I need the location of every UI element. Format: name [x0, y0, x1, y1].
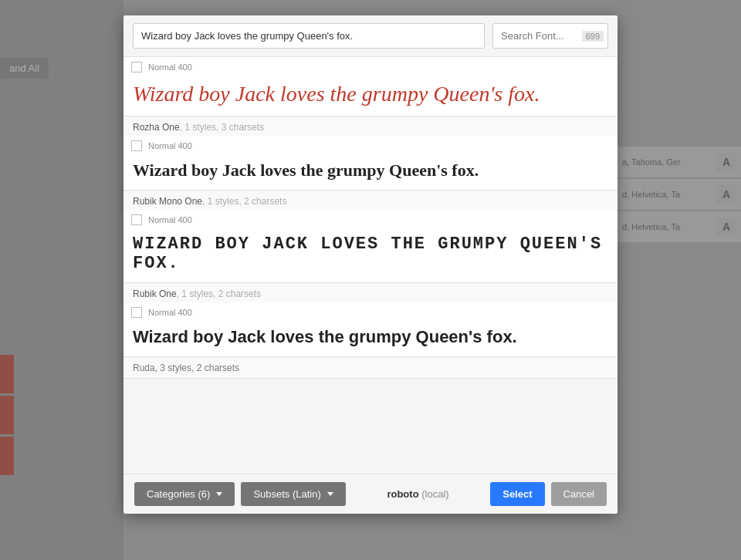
font-rubik-one-checkbox[interactable]: [131, 307, 142, 318]
font-rubik-mono-preview: WIZARD BOY JACK LOVES THE GRUMPY QUEEN'S…: [124, 228, 618, 282]
select-button[interactable]: Select: [490, 482, 544, 506]
categories-button[interactable]: Categories (6): [134, 482, 235, 506]
current-font-name: roboto: [387, 488, 418, 500]
modal-header: 699: [124, 15, 618, 57]
font-picker-modal: 699 Normal 400 Wizard boy Jack loves the…: [124, 15, 618, 514]
font-rubik-mono-style-label: Normal 400: [148, 215, 210, 224]
modal-overlay: 699 Normal 400 Wizard boy Jack loves the…: [0, 0, 741, 560]
font-rubik-mono-checkbox[interactable]: [131, 214, 142, 225]
font-ruda-name: Ruda: [133, 363, 155, 373]
font-0-style-row: Normal 400: [124, 57, 618, 76]
font-count-badge: 699: [582, 31, 604, 42]
search-font-wrapper: 699: [492, 23, 608, 49]
font-item-0[interactable]: Normal 400 Wizard boy Jack loves the gru…: [124, 57, 618, 116]
font-rubik-one-name: Rubik One: [133, 288, 177, 299]
categories-label: Categories (6): [147, 488, 210, 500]
font-item-ruda[interactable]: Ruda, 3 styles, 2 charsets: [124, 358, 618, 379]
font-rubik-one-meta: Rubik One, 1 styles, 2 charsets: [124, 284, 618, 302]
current-font-local: (local): [421, 488, 448, 500]
font-item-rubik-mono[interactable]: Rubik Mono One, 1 styles, 2 charsets Nor…: [124, 191, 618, 283]
font-0-style-label: Normal 400: [148, 62, 210, 72]
font-rozha-meta: Rozha One, 1 styles, 3 charsets: [124, 117, 618, 136]
font-rubik-one-style-row: Normal 400: [124, 302, 618, 321]
subsets-label: Subsets (Latin): [253, 488, 320, 500]
current-font-display: roboto (local): [352, 488, 484, 500]
font-rubik-mono-name: Rubik Mono One: [133, 196, 202, 207]
font-rozha-checkbox[interactable]: [131, 140, 142, 151]
font-rozha-name: Rozha One: [133, 122, 180, 133]
font-rubik-mono-style-row: Normal 400: [124, 210, 618, 228]
subsets-chevron-icon: [327, 492, 333, 496]
modal-footer: Categories (6) Subsets (Latin) roboto (l…: [124, 474, 618, 514]
font-rozha-preview: Wizard boy Jack loves the grumpy Queen's…: [124, 154, 618, 190]
font-rubik-one-preview: Wizard boy Jack loves the grumpy Queen's…: [124, 321, 618, 356]
font-rubik-mono-detail: , 1 styles, 2 charsets: [202, 196, 286, 207]
font-list[interactable]: Normal 400 Wizard boy Jack loves the gru…: [124, 57, 618, 474]
cancel-button[interactable]: Cancel: [551, 482, 607, 506]
font-item-rozha[interactable]: Rozha One, 1 styles, 3 charsets Normal 4…: [124, 117, 618, 191]
font-rubik-one-style-label: Normal 400: [148, 308, 210, 317]
font-0-checkbox[interactable]: [131, 62, 142, 73]
categories-chevron-icon: [216, 492, 222, 496]
font-rozha-detail: , 1 styles, 3 charsets: [180, 122, 264, 133]
font-item-rubik-one[interactable]: Rubik One, 1 styles, 2 charsets Normal 4…: [124, 284, 618, 357]
font-rozha-style-label: Normal 400: [148, 141, 210, 150]
font-0-preview: Wizard boy Jack loves the grumpy Queen's…: [124, 76, 618, 116]
font-ruda-detail: , 3 styles, 2 charsets: [155, 363, 239, 373]
font-rozha-style-row: Normal 400: [124, 136, 618, 154]
preview-text-input[interactable]: [133, 23, 485, 49]
subsets-button[interactable]: Subsets (Latin): [241, 482, 345, 506]
font-rubik-mono-meta: Rubik Mono One, 1 styles, 2 charsets: [124, 191, 618, 210]
font-rubik-one-detail: , 1 styles, 2 charsets: [177, 288, 261, 299]
